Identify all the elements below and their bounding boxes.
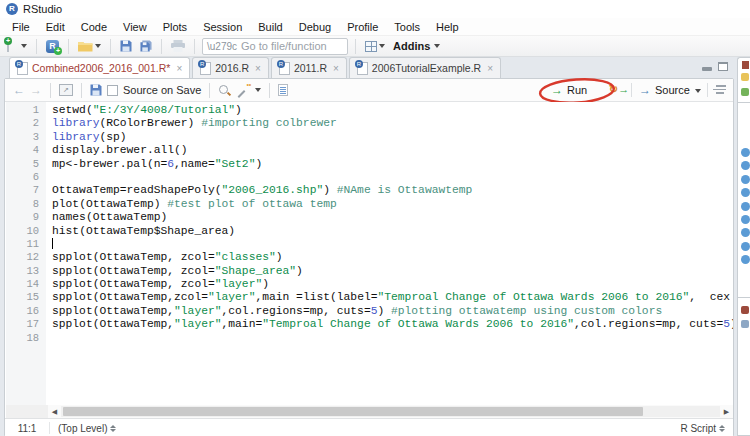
code-text[interactable]: setwd("E:/3Y/4008/Tutorial")library(RCol… — [46, 102, 733, 405]
addins-button[interactable]: Addins — [391, 39, 442, 53]
code-line-13[interactable]: spplot(OttawaTemp, zcol="Shape_area") — [52, 265, 733, 278]
scope-selector[interactable]: (Top Level) — [50, 423, 116, 434]
save-icon[interactable] — [90, 84, 102, 96]
goto-file-function-input[interactable]: \u279c Go to file/function — [202, 38, 348, 55]
save-all-icon — [140, 40, 152, 52]
document-outline-icon[interactable] — [713, 85, 726, 96]
rerun-icon: ↻ — [609, 83, 618, 95]
scroll-left-icon[interactable]: ◀ — [48, 408, 61, 416]
menu-debug[interactable]: Debug — [291, 19, 339, 35]
tab-2006tutorialexample-r[interactable]: 2006TutorialExample.R× — [349, 57, 501, 78]
environment-object-icon — [741, 215, 750, 224]
print-icon — [171, 40, 185, 52]
menubar: FileEditCodeViewPlotsSessionBuildDebugPr… — [0, 18, 750, 36]
print-button[interactable] — [169, 39, 187, 53]
tab-label: 2011.R — [294, 62, 327, 74]
source-on-save-checkbox[interactable] — [107, 85, 118, 96]
menu-edit[interactable]: Edit — [38, 19, 73, 35]
code-line-3[interactable]: library(sp) — [52, 131, 733, 144]
code-line-15[interactable]: spplot(OttawaTemp,zcol="layer",main =lis… — [52, 291, 733, 304]
maximize-pane-icon[interactable] — [718, 62, 728, 71]
divider — [68, 39, 69, 54]
open-file-button[interactable] — [76, 39, 103, 53]
close-icon[interactable]: × — [333, 63, 339, 74]
compile-report-icon[interactable] — [278, 84, 288, 96]
menu-code[interactable]: Code — [73, 19, 115, 35]
menu-view[interactable]: View — [115, 19, 155, 35]
divider — [707, 83, 708, 97]
tab-2011-r[interactable]: 2011.R× — [271, 57, 347, 78]
rerun-button[interactable]: ↻→ — [609, 83, 629, 96]
editor-status-bar: 11:1 (Top Level) R Script — [5, 418, 733, 436]
forward-icon[interactable]: → — [30, 83, 42, 97]
environment-object-icon — [741, 188, 750, 197]
editor-tabbar: Combined2006_2016_001.R*×2016.R×2011.R×2… — [4, 57, 734, 78]
code-line-8[interactable]: plot(OttawaTemp) #test plot of ottawa te… — [52, 198, 733, 211]
main-toolbar: + R+ \u279c Go to file/function — [0, 36, 750, 57]
goto-placeholder: Go to file/function — [241, 40, 327, 52]
menu-file[interactable]: File — [4, 19, 38, 35]
lower-pane-icon[interactable] — [741, 320, 749, 328]
new-file-button[interactable]: + — [5, 38, 29, 54]
save-all-button[interactable] — [138, 39, 154, 53]
text-cursor — [52, 238, 53, 249]
import-dataset-icon[interactable] — [741, 88, 749, 96]
minimize-pane-icon[interactable] — [702, 67, 712, 71]
code-line-18[interactable] — [52, 332, 733, 345]
find-replace-icon[interactable] — [218, 84, 231, 97]
code-line-4[interactable]: display.brewer.all() — [52, 144, 733, 157]
code-editor[interactable]: 123456789101112131415161718 setwd("E:/3Y… — [6, 102, 733, 405]
chevron-down-icon — [21, 44, 27, 48]
menu-profile[interactable]: Profile — [339, 19, 386, 35]
code-line-6[interactable] — [52, 171, 733, 184]
project-icon: R+ — [46, 40, 59, 53]
run-arrow-icon: → — [551, 83, 563, 97]
close-icon[interactable]: × — [255, 63, 261, 74]
new-project-button[interactable]: R+ — [44, 39, 61, 54]
scrollbar-track[interactable] — [61, 406, 720, 417]
save-workspace-icon[interactable] — [741, 73, 749, 81]
chevron-down-icon — [255, 88, 261, 92]
open-in-new-window-icon[interactable]: ↗ — [59, 84, 73, 96]
r-file-icon — [17, 62, 28, 75]
code-line-16[interactable]: spplot(OttawaTemp,"layer",col.regions=mp… — [52, 305, 733, 318]
code-line-5[interactable]: mp<-brewer.pal(n=6,name="Set2") — [52, 158, 733, 171]
code-line-7[interactable]: OttawaTemp=readShapePoly("2006_2016.shp"… — [52, 184, 733, 197]
code-line-17[interactable]: spplot(OttawaTemp,"layer",main="Temproal… — [52, 318, 733, 331]
source-label: Source — [655, 84, 690, 96]
code-line-11[interactable] — [52, 238, 733, 251]
code-line-2[interactable]: library(RColorBrewer) #importing colbrew… — [52, 117, 733, 130]
horizontal-scrollbar[interactable]: ◀ ▶ — [6, 405, 733, 418]
save-button[interactable] — [118, 39, 134, 53]
run-button[interactable]: → Run — [551, 83, 587, 97]
source-button[interactable]: → Source — [639, 83, 690, 97]
tab-2016-r[interactable]: 2016.R× — [192, 57, 269, 78]
environment-object-icon — [741, 255, 750, 264]
code-line-9[interactable]: names(OttawaTemp) — [52, 211, 733, 224]
tab-combined2006-2016-001-r-[interactable]: Combined2006_2016_001.R*× — [9, 57, 190, 78]
code-line-10[interactable]: hist(OttawaTemp$Shape_area) — [52, 225, 733, 238]
menu-session[interactable]: Session — [195, 19, 250, 35]
code-line-12[interactable]: spplot(OttawaTemp, zcol="classes") — [52, 251, 733, 264]
scroll-right-icon[interactable]: ▶ — [720, 408, 733, 416]
menu-help[interactable]: Help — [428, 19, 467, 35]
back-icon[interactable]: ← — [13, 83, 25, 97]
divider — [194, 39, 195, 54]
menu-tools[interactable]: Tools — [386, 19, 428, 35]
divider — [110, 39, 111, 54]
code-line-1[interactable]: setwd("E:/3Y/4008/Tutorial") — [52, 104, 733, 117]
close-icon[interactable]: × — [487, 63, 493, 74]
source-on-save-label: Source on Save — [123, 84, 201, 96]
divider — [50, 83, 51, 98]
menu-build[interactable]: Build — [250, 19, 290, 35]
line-number-gutter[interactable]: 123456789101112131415161718 — [6, 102, 46, 405]
menu-plots[interactable]: Plots — [155, 19, 195, 35]
scrollbar-thumb[interactable] — [63, 407, 643, 416]
file-type-selector[interactable]: R Script — [680, 423, 733, 434]
close-icon[interactable]: × — [176, 63, 182, 74]
code-line-14[interactable]: spplot(OttawaTemp, zcol="layer") — [52, 278, 733, 291]
window-title: RStudio — [23, 3, 62, 15]
source-dropdown-icon[interactable] — [695, 89, 701, 93]
pane-layout-button[interactable] — [363, 40, 387, 53]
code-tools-icon[interactable] — [236, 84, 250, 97]
